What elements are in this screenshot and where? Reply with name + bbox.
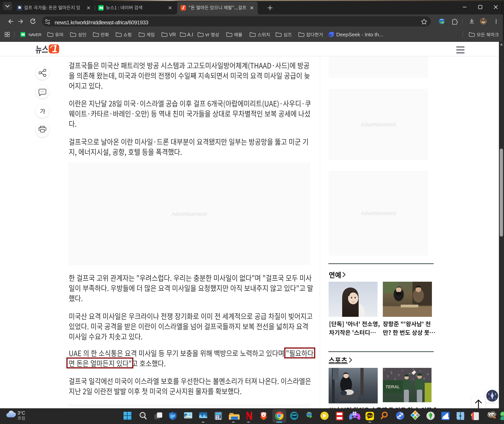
svg-text:news1.kr/world/middleeast-afri: news1.kr/world/middleeast-africa/6091933 bbox=[55, 19, 148, 25]
svg-text:Advertisement: Advertisement bbox=[361, 122, 396, 128]
svg-text:Advertisement: Advertisement bbox=[361, 210, 396, 216]
svg-text:DeepSeek - Into th...: DeepSeek - Into th... bbox=[336, 31, 383, 37]
svg-text:TALK: TALK bbox=[367, 414, 373, 417]
svg-text:Advertisement: Advertisement bbox=[172, 211, 207, 217]
svg-text:NAVER: NAVER bbox=[28, 32, 41, 37]
svg-text:A.I: A.I bbox=[187, 32, 193, 37]
svg-text:3°C: 3°C bbox=[18, 411, 25, 416]
svg-text:VR: VR bbox=[169, 32, 176, 37]
svg-text:TERAL: TERAL bbox=[385, 384, 400, 389]
svg-text:vr: vr bbox=[205, 32, 209, 37]
